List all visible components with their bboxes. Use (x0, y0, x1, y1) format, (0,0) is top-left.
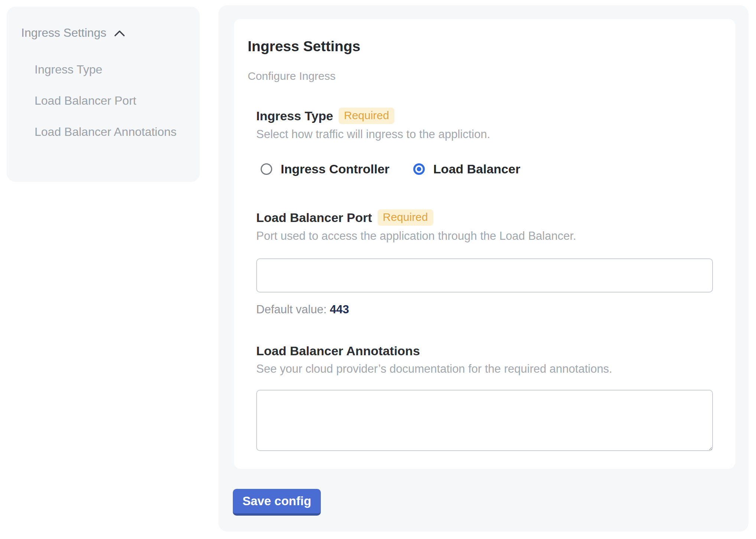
field-description: See your cloud provider’s documentation … (256, 362, 713, 376)
required-badge: Required (339, 108, 394, 124)
field-ingress-type: Ingress Type Required Select how traffic… (256, 108, 713, 177)
save-config-button[interactable]: Save config (233, 489, 321, 516)
field-label: Load Balancer Port (256, 210, 372, 225)
field-label: Ingress Type (256, 108, 333, 124)
required-badge: Required (378, 209, 433, 226)
default-value-label: Default value: (256, 303, 327, 316)
field-description: Select how traffic will ingress to the a… (256, 127, 713, 142)
page-subtitle: Configure Ingress (248, 69, 713, 83)
nav-item-ingress-type[interactable]: Ingress Type (35, 59, 185, 80)
nav-item-load-balancer-port[interactable]: Load Balancer Port (35, 91, 185, 111)
radio-label: Load Balancer (433, 161, 520, 177)
field-load-balancer-port: Load Balancer Port Required Port used to… (256, 209, 713, 317)
radio-option-load-balancer[interactable]: Load Balancer (413, 161, 520, 177)
page: Ingress Settings Ingress Type Load Balan… (0, 0, 756, 539)
radio-icon-unselected[interactable] (261, 163, 272, 175)
field-load-balancer-annotations: Load Balancer Annotations See your cloud… (256, 343, 713, 451)
page-title: Ingress Settings (248, 37, 713, 55)
field-description: Port used to access the application thro… (256, 229, 713, 244)
field-ingress-type-header: Ingress Type Required (256, 108, 713, 124)
chevron-up-icon[interactable] (114, 29, 126, 37)
load-balancer-annotations-textarea[interactable] (256, 390, 713, 451)
nav-items: Ingress Type Load Balancer Port Load Bal… (21, 59, 185, 142)
settings-panel: Ingress Settings Configure Ingress Ingre… (218, 5, 749, 532)
radio-option-ingress-controller[interactable]: Ingress Controller (261, 161, 390, 177)
default-value: 443 (330, 303, 349, 316)
field-load-balancer-port-header: Load Balancer Port Required (256, 209, 713, 226)
nav-section-toggle[interactable]: Ingress Settings (21, 25, 185, 40)
ingress-settings-card: Ingress Settings Configure Ingress Ingre… (234, 19, 735, 469)
field-load-balancer-annotations-header: Load Balancer Annotations (256, 343, 713, 359)
load-balancer-port-input[interactable] (256, 258, 713, 293)
field-label: Load Balancer Annotations (256, 343, 420, 359)
nav-item-load-balancer-annotations[interactable]: Load Balancer Annotations (35, 122, 185, 142)
ingress-type-radio-group: Ingress Controller Load Balancer (261, 161, 713, 177)
radio-label: Ingress Controller (281, 161, 390, 177)
nav-section-label: Ingress Settings (21, 25, 106, 40)
radio-icon-selected[interactable] (413, 163, 425, 175)
settings-nav: Ingress Settings Ingress Type Load Balan… (7, 7, 200, 182)
default-value-line: Default value: 443 (256, 302, 713, 317)
